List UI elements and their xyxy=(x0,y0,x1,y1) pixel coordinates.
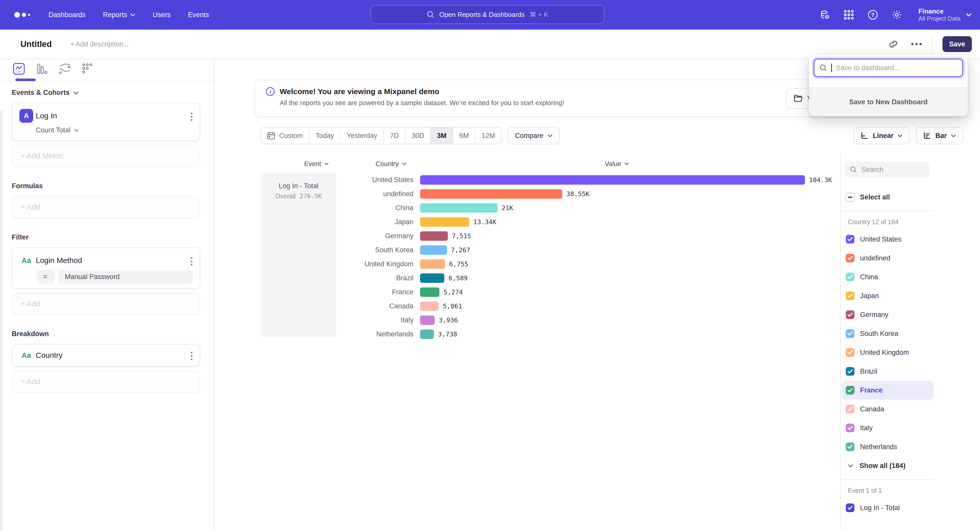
scale-selector[interactable]: Linear xyxy=(853,127,910,144)
country-checkbox[interactable] xyxy=(846,442,854,451)
country-checkbox[interactable] xyxy=(846,235,854,244)
metric-card-login[interactable]: A Log In Count Total xyxy=(12,103,200,141)
save-to-dashboard-popover: Save to dashboard... Save to New Dashboa… xyxy=(809,55,968,116)
event-checkbox[interactable] xyxy=(846,504,854,512)
filter-card-login-method[interactable]: Aa Login Method = Manual Password xyxy=(12,247,200,289)
event-group-label: Event 1 of 1 xyxy=(842,487,973,494)
add-filter-button[interactable]: + Add xyxy=(12,293,200,315)
tab-flows[interactable] xyxy=(58,62,72,76)
country-checkbox[interactable] xyxy=(846,424,854,432)
date-range-12m[interactable]: 12M xyxy=(476,127,501,144)
bar-segment[interactable] xyxy=(420,287,439,297)
nav-item-users[interactable]: Users xyxy=(153,11,171,19)
tab-funnels[interactable] xyxy=(35,62,48,76)
nav-item-dashboards[interactable]: Dashboards xyxy=(48,11,86,19)
chart-type-selector[interactable]: Bar xyxy=(916,127,963,144)
apps-grid-icon[interactable] xyxy=(843,10,854,20)
tab-retention[interactable] xyxy=(81,62,94,76)
column-header-event[interactable]: Event xyxy=(279,160,354,168)
date-range-7d[interactable]: 7D xyxy=(384,127,406,144)
bar-segment[interactable] xyxy=(420,189,562,199)
bar-segment[interactable] xyxy=(420,259,445,269)
country-filter-row-canada[interactable]: Canada xyxy=(842,399,934,418)
save-to-new-dashboard-button[interactable]: Save to New Dashboard xyxy=(809,87,968,116)
bar-segment[interactable] xyxy=(420,217,469,227)
add-breakdown-button[interactable]: + Add xyxy=(12,371,200,393)
breakdown-card-country[interactable]: Aa Country xyxy=(12,344,200,366)
save-dashboard-search-input[interactable]: Save to dashboard... xyxy=(814,59,963,77)
chevron-down-icon xyxy=(547,134,552,138)
select-all-checkbox[interactable] xyxy=(846,193,854,201)
string-property-icon: Aa xyxy=(19,349,33,362)
settings-gear-icon[interactable] xyxy=(891,10,902,20)
date-range-6m[interactable]: 6M xyxy=(453,127,476,144)
date-range-3m[interactable]: 3M xyxy=(431,127,453,144)
country-filter-row-france[interactable]: France xyxy=(842,381,934,399)
country-checkbox[interactable] xyxy=(846,254,854,262)
bar-segment[interactable] xyxy=(420,231,448,241)
date-range-custom[interactable]: Custom xyxy=(261,127,310,144)
date-range-yesterday[interactable]: Yesterday xyxy=(341,127,384,144)
country-filter-row-undefined[interactable]: undefined xyxy=(842,249,934,268)
report-title[interactable]: Untitled xyxy=(21,39,52,49)
nav-item-reports[interactable]: Reports xyxy=(103,11,135,19)
filter-kebab-icon[interactable] xyxy=(191,257,192,265)
project-switcher[interactable]: Finance All Project Data xyxy=(918,7,972,22)
events-cohorts-header[interactable]: Events & Cohorts xyxy=(12,89,200,97)
mixpanel-logo[interactable] xyxy=(14,12,30,17)
nav-item-events[interactable]: Events xyxy=(188,11,209,19)
select-all-row[interactable]: Select all xyxy=(842,188,934,207)
country-label: France xyxy=(860,387,883,394)
country-checkbox[interactable] xyxy=(846,273,854,281)
country-checkbox[interactable] xyxy=(846,386,854,395)
tab-insights[interactable] xyxy=(12,62,25,76)
bar-segment[interactable] xyxy=(420,273,444,283)
date-range-today[interactable]: Today xyxy=(310,127,341,144)
bar-segment[interactable] xyxy=(420,330,434,339)
show-all-button[interactable]: Show all (184) xyxy=(842,456,973,475)
bar-segment[interactable] xyxy=(420,301,439,311)
country-filter-row-united-kingdom[interactable]: United Kingdom xyxy=(842,343,934,362)
aggregation-selector[interactable]: Count Total xyxy=(36,126,192,134)
more-options-icon[interactable] xyxy=(912,43,921,45)
date-range-30d[interactable]: 30D xyxy=(406,127,431,144)
country-filter-row-netherlands[interactable]: Netherlands xyxy=(842,437,934,456)
add-description[interactable]: + Add description... xyxy=(70,40,129,48)
data-management-icon[interactable] xyxy=(819,10,830,20)
filter-value[interactable]: Manual Password xyxy=(58,270,192,284)
column-header-value[interactable]: Value xyxy=(417,160,817,168)
bar-segment[interactable] xyxy=(420,175,805,185)
country-filter-row-brazil[interactable]: Brazil xyxy=(842,362,934,381)
filter-operator[interactable]: = xyxy=(37,270,54,284)
country-filter-row-south-korea[interactable]: South Korea xyxy=(842,324,934,343)
country-checkbox[interactable] xyxy=(846,367,854,376)
event-filter-row[interactable]: Log In - Total xyxy=(842,498,934,517)
bar-row-netherlands: Netherlands3,738 xyxy=(336,327,840,341)
country-checkbox[interactable] xyxy=(846,348,854,357)
bar-segment[interactable] xyxy=(420,245,447,255)
country-filter-row-japan[interactable]: Japan xyxy=(842,287,934,305)
compare-button[interactable]: Compare xyxy=(508,127,560,144)
country-filter-row-germany[interactable]: Germany xyxy=(842,305,934,324)
country-checkbox[interactable] xyxy=(846,311,854,319)
country-checkbox[interactable] xyxy=(846,329,854,338)
bar-segment[interactable] xyxy=(420,203,498,213)
copy-link-icon[interactable] xyxy=(888,39,898,49)
global-search[interactable]: Open Reports & Dashboards ⌘ + K xyxy=(371,5,605,24)
column-header-country[interactable]: Country xyxy=(356,160,426,168)
add-formula-button[interactable]: + Add xyxy=(12,196,200,218)
help-icon[interactable]: ? xyxy=(867,10,878,20)
add-metric-button[interactable]: + Add Metric xyxy=(12,145,200,167)
country-checkbox[interactable] xyxy=(846,405,854,414)
country-filter-row-china[interactable]: China xyxy=(842,268,934,287)
save-button[interactable]: Save xyxy=(942,36,972,52)
project-name: Finance xyxy=(918,7,961,15)
bar-segment[interactable] xyxy=(420,315,434,325)
breakdown-kebab-icon[interactable] xyxy=(191,352,192,360)
series-search-input[interactable]: Search xyxy=(845,162,929,178)
metric-kebab-icon[interactable] xyxy=(191,113,192,121)
country-filter-row-united-states[interactable]: United States xyxy=(842,230,934,249)
country-checkbox[interactable] xyxy=(846,292,854,300)
chevron-down-icon xyxy=(402,162,407,165)
country-filter-row-italy[interactable]: Italy xyxy=(842,418,934,437)
